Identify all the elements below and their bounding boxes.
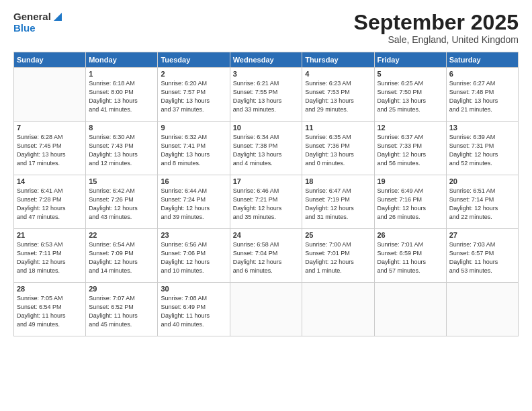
day-detail: Sunrise: 6:51 AMSunset: 7:14 PMDaylight:… bbox=[449, 187, 515, 222]
page-title: September 2025 bbox=[354, 11, 519, 34]
day-detail: Sunrise: 6:23 AMSunset: 7:53 PMDaylight:… bbox=[305, 79, 371, 114]
day-detail: Sunrise: 6:39 AMSunset: 7:31 PMDaylight:… bbox=[449, 133, 515, 168]
day-detail: Sunrise: 7:00 AMSunset: 7:01 PMDaylight:… bbox=[305, 240, 371, 275]
calendar-cell: 10Sunrise: 6:34 AMSunset: 7:38 PMDayligh… bbox=[230, 122, 302, 175]
calendar-week-row: 28Sunrise: 7:05 AMSunset: 6:54 PMDayligh… bbox=[14, 283, 519, 336]
day-detail: Sunrise: 6:28 AMSunset: 7:45 PMDaylight:… bbox=[17, 133, 83, 168]
calendar-table: SundayMondayTuesdayWednesdayThursdayFrid… bbox=[13, 52, 519, 336]
calendar-cell: 11Sunrise: 6:35 AMSunset: 7:36 PMDayligh… bbox=[302, 122, 374, 175]
day-number: 28 bbox=[17, 285, 83, 293]
calendar-cell bbox=[302, 283, 374, 336]
day-header-saturday: Saturday bbox=[446, 52, 518, 68]
day-detail: Sunrise: 6:32 AMSunset: 7:41 PMDaylight:… bbox=[161, 133, 226, 168]
calendar-cell: 18Sunrise: 6:47 AMSunset: 7:19 PMDayligh… bbox=[302, 175, 374, 229]
calendar-cell: 24Sunrise: 6:58 AMSunset: 7:04 PMDayligh… bbox=[230, 229, 302, 283]
day-number: 8 bbox=[89, 124, 154, 132]
calendar-cell bbox=[14, 68, 86, 122]
calendar-cell bbox=[374, 283, 446, 336]
calendar-cell: 4Sunrise: 6:23 AMSunset: 7:53 PMDaylight… bbox=[302, 68, 374, 122]
page: General Blue September 2025 Sale, Englan… bbox=[0, 0, 532, 411]
header: General Blue September 2025 Sale, Englan… bbox=[13, 11, 519, 45]
day-number: 20 bbox=[449, 177, 515, 185]
calendar-cell: 14Sunrise: 6:41 AMSunset: 7:28 PMDayligh… bbox=[14, 175, 86, 229]
calendar-cell: 29Sunrise: 7:07 AMSunset: 6:52 PMDayligh… bbox=[86, 283, 158, 336]
day-number: 15 bbox=[89, 177, 154, 185]
calendar-cell: 17Sunrise: 6:46 AMSunset: 7:21 PMDayligh… bbox=[230, 175, 302, 229]
day-number: 19 bbox=[378, 177, 443, 185]
logo-blue-text: Blue bbox=[13, 22, 36, 34]
svg-marker-0 bbox=[54, 13, 62, 21]
calendar-cell: 27Sunrise: 7:03 AMSunset: 6:57 PMDayligh… bbox=[446, 229, 518, 283]
calendar-header-row: SundayMondayTuesdayWednesdayThursdayFrid… bbox=[14, 52, 519, 68]
day-number: 3 bbox=[233, 70, 299, 78]
day-number: 26 bbox=[378, 231, 443, 239]
day-number: 5 bbox=[378, 70, 443, 78]
day-detail: Sunrise: 6:58 AMSunset: 7:04 PMDaylight:… bbox=[233, 240, 299, 275]
calendar-cell: 23Sunrise: 6:56 AMSunset: 7:06 PMDayligh… bbox=[158, 229, 230, 283]
calendar-cell: 6Sunrise: 6:27 AMSunset: 7:48 PMDaylight… bbox=[446, 68, 518, 122]
day-header-tuesday: Tuesday bbox=[158, 52, 230, 68]
day-detail: Sunrise: 6:25 AMSunset: 7:50 PMDaylight:… bbox=[378, 79, 443, 114]
logo: General Blue bbox=[13, 11, 63, 34]
day-number: 13 bbox=[449, 124, 515, 132]
day-header-wednesday: Wednesday bbox=[230, 52, 302, 68]
day-detail: Sunrise: 6:42 AMSunset: 7:26 PMDaylight:… bbox=[89, 187, 154, 222]
calendar-cell: 16Sunrise: 6:44 AMSunset: 7:24 PMDayligh… bbox=[158, 175, 230, 229]
day-number: 11 bbox=[305, 124, 371, 132]
calendar-cell: 15Sunrise: 6:42 AMSunset: 7:26 PMDayligh… bbox=[86, 175, 158, 229]
calendar-cell: 5Sunrise: 6:25 AMSunset: 7:50 PMDaylight… bbox=[374, 68, 446, 122]
day-number: 21 bbox=[17, 231, 83, 239]
day-detail: Sunrise: 7:03 AMSunset: 6:57 PMDaylight:… bbox=[449, 240, 515, 275]
calendar-cell: 19Sunrise: 6:49 AMSunset: 7:16 PMDayligh… bbox=[374, 175, 446, 229]
calendar-cell: 1Sunrise: 6:18 AMSunset: 8:00 PMDaylight… bbox=[86, 68, 158, 122]
day-detail: Sunrise: 6:34 AMSunset: 7:38 PMDaylight:… bbox=[233, 133, 299, 168]
calendar-cell bbox=[230, 283, 302, 336]
day-number: 18 bbox=[305, 177, 371, 185]
day-detail: Sunrise: 6:46 AMSunset: 7:21 PMDaylight:… bbox=[233, 187, 299, 222]
day-detail: Sunrise: 6:21 AMSunset: 7:55 PMDaylight:… bbox=[233, 79, 299, 114]
day-number: 6 bbox=[449, 70, 515, 78]
day-number: 14 bbox=[17, 177, 83, 185]
calendar-week-row: 1Sunrise: 6:18 AMSunset: 8:00 PMDaylight… bbox=[14, 68, 519, 122]
day-header-thursday: Thursday bbox=[302, 52, 374, 68]
day-detail: Sunrise: 7:07 AMSunset: 6:52 PMDaylight:… bbox=[89, 294, 154, 329]
title-block: September 2025 Sale, England, United Kin… bbox=[354, 11, 519, 45]
day-detail: Sunrise: 6:37 AMSunset: 7:33 PMDaylight:… bbox=[378, 133, 443, 168]
calendar-cell: 3Sunrise: 6:21 AMSunset: 7:55 PMDaylight… bbox=[230, 68, 302, 122]
day-detail: Sunrise: 6:35 AMSunset: 7:36 PMDaylight:… bbox=[305, 133, 371, 168]
calendar-cell: 13Sunrise: 6:39 AMSunset: 7:31 PMDayligh… bbox=[446, 122, 518, 175]
calendar-cell: 9Sunrise: 6:32 AMSunset: 7:41 PMDaylight… bbox=[158, 122, 230, 175]
calendar-cell: 22Sunrise: 6:54 AMSunset: 7:09 PMDayligh… bbox=[86, 229, 158, 283]
day-detail: Sunrise: 6:47 AMSunset: 7:19 PMDaylight:… bbox=[305, 187, 371, 222]
day-number: 12 bbox=[378, 124, 443, 132]
logo-triangle-icon bbox=[52, 11, 63, 22]
day-detail: Sunrise: 6:41 AMSunset: 7:28 PMDaylight:… bbox=[17, 187, 83, 222]
day-number: 27 bbox=[449, 231, 515, 239]
day-number: 9 bbox=[161, 124, 226, 132]
day-detail: Sunrise: 6:27 AMSunset: 7:48 PMDaylight:… bbox=[449, 79, 515, 114]
calendar-cell: 20Sunrise: 6:51 AMSunset: 7:14 PMDayligh… bbox=[446, 175, 518, 229]
day-number: 16 bbox=[161, 177, 226, 185]
day-detail: Sunrise: 6:56 AMSunset: 7:06 PMDaylight:… bbox=[161, 240, 226, 275]
calendar-cell: 12Sunrise: 6:37 AMSunset: 7:33 PMDayligh… bbox=[374, 122, 446, 175]
day-number: 29 bbox=[89, 285, 154, 293]
day-detail: Sunrise: 7:05 AMSunset: 6:54 PMDaylight:… bbox=[17, 294, 83, 329]
day-number: 1 bbox=[89, 70, 154, 78]
day-number: 17 bbox=[233, 177, 299, 185]
calendar-week-row: 21Sunrise: 6:53 AMSunset: 7:11 PMDayligh… bbox=[14, 229, 519, 283]
day-detail: Sunrise: 6:49 AMSunset: 7:16 PMDaylight:… bbox=[378, 187, 443, 222]
calendar-cell bbox=[446, 283, 518, 336]
calendar-cell: 26Sunrise: 7:01 AMSunset: 6:59 PMDayligh… bbox=[374, 229, 446, 283]
calendar-cell: 25Sunrise: 7:00 AMSunset: 7:01 PMDayligh… bbox=[302, 229, 374, 283]
day-detail: Sunrise: 6:44 AMSunset: 7:24 PMDaylight:… bbox=[161, 187, 226, 222]
day-header-sunday: Sunday bbox=[14, 52, 86, 68]
day-number: 25 bbox=[305, 231, 371, 239]
day-number: 7 bbox=[17, 124, 83, 132]
day-detail: Sunrise: 6:20 AMSunset: 7:57 PMDaylight:… bbox=[161, 79, 226, 114]
calendar-week-row: 7Sunrise: 6:28 AMSunset: 7:45 PMDaylight… bbox=[14, 122, 519, 175]
day-number: 10 bbox=[233, 124, 299, 132]
day-number: 24 bbox=[233, 231, 299, 239]
day-detail: Sunrise: 7:08 AMSunset: 6:49 PMDaylight:… bbox=[161, 294, 226, 329]
day-header-friday: Friday bbox=[374, 52, 446, 68]
day-detail: Sunrise: 6:18 AMSunset: 8:00 PMDaylight:… bbox=[89, 79, 154, 114]
